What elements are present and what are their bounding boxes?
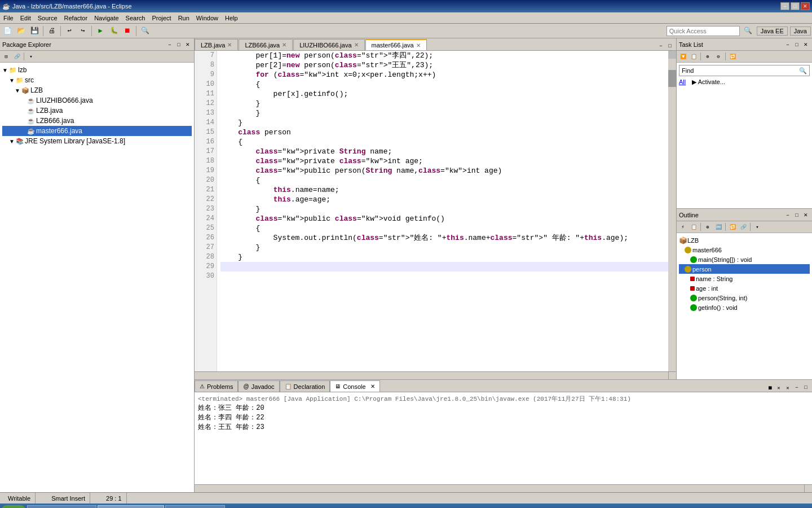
tl-tb-btn3[interactable]: ⊕ <box>703 52 713 61</box>
console-hscroll[interactable] <box>195 485 804 492</box>
console-tb-btn1[interactable]: ⏹ <box>766 384 774 392</box>
tl-tb-btn4[interactable]: ⊖ <box>713 52 723 61</box>
outline-tb-btn2[interactable]: 📋 <box>689 222 699 231</box>
pkg-tree-item[interactable]: ☕LIUZHIBO666.java <box>2 95 192 106</box>
menu-item-navigate[interactable]: Navigate <box>91 14 122 23</box>
pkg-tree-item[interactable]: ▼📦LZB <box>2 85 192 95</box>
outline-tb-btn6[interactable]: 🔗 <box>738 222 748 231</box>
menu-item-edit[interactable]: Edit <box>17 14 34 23</box>
tab-close-icon[interactable]: ✕ <box>227 42 232 48</box>
outline-tb-btn5[interactable]: 🔁 <box>727 222 738 231</box>
editor-hscroll[interactable] <box>195 372 668 379</box>
toolbar-debug[interactable]: 🐛 <box>108 25 120 37</box>
editor-minimize-btn[interactable]: − <box>657 42 665 50</box>
toolbar-run[interactable]: ▶ <box>94 25 107 37</box>
editor-maximize-btn[interactable]: □ <box>666 42 674 50</box>
outline-item[interactable]: person <box>679 264 810 274</box>
pkg-tb-link[interactable]: 🔗 <box>12 52 22 61</box>
outline-item[interactable]: main(String[]) : void <box>679 255 810 264</box>
outline-item[interactable]: master666 <box>679 245 810 255</box>
tab-close-icon[interactable]: ✕ <box>354 42 359 48</box>
tl-tb-btn5[interactable]: 🔁 <box>727 52 738 61</box>
console-maximize-btn[interactable]: □ <box>802 384 810 392</box>
bottom-tab-declaration[interactable]: 📋Declaration <box>280 380 330 392</box>
editor-tab-LZB-java[interactable]: LZB.java✕ <box>195 39 238 50</box>
menu-item-window[interactable]: Window <box>193 14 222 23</box>
quick-access-search-icon[interactable]: 🔍 <box>742 25 754 37</box>
editor-tab-master666-java[interactable]: master666.java✕ <box>365 39 427 50</box>
tab-close-icon[interactable]: ✕ <box>282 42 286 48</box>
outline-tb-btn4[interactable]: 🔤 <box>713 222 723 231</box>
toolbar-print[interactable]: 🖨 <box>46 25 58 37</box>
outline-item[interactable]: person(String, int) <box>679 293 810 303</box>
pkg-tb-collapse[interactable]: ⊟ <box>1 52 11 61</box>
editor-tab-LZB666-java[interactable]: LZB666.java✕ <box>239 39 293 50</box>
menu-item-run[interactable]: Run <box>175 14 193 23</box>
pkg-tree-item[interactable]: ☕LZB.java <box>2 106 192 116</box>
taskbar-btn[interactable]: 11.20作业 - 黄宗禹 ... <box>27 505 96 508</box>
outline-tb-menu[interactable]: ▾ <box>752 222 762 231</box>
pkg-tree-item[interactable]: ▼📁lzb <box>2 65 192 75</box>
toolbar-new[interactable]: 📄 <box>1 25 14 37</box>
pkg-close-btn[interactable]: ✕ <box>184 41 192 49</box>
outline-item[interactable]: name : String <box>679 274 810 283</box>
tl-close-btn[interactable]: ✕ <box>802 41 810 49</box>
toolbar-undo[interactable]: ↩ <box>63 25 76 37</box>
outline-item[interactable]: 📦LZB <box>679 235 810 245</box>
outline-item[interactable]: getinfo() : void <box>679 303 810 312</box>
menu-item-help[interactable]: Help <box>222 14 241 23</box>
tl-minimize-btn[interactable]: − <box>784 41 792 49</box>
pkg-tb-menu[interactable]: ▾ <box>26 52 36 61</box>
toolbar-search[interactable]: 🔍 <box>139 25 151 37</box>
start-button[interactable]: 开始 <box>1 505 26 508</box>
console-tb-btn3[interactable]: ✕ <box>784 384 792 392</box>
menu-item-refactor[interactable]: Refactor <box>61 14 91 23</box>
toolbar-open[interactable]: 📂 <box>15 25 27 37</box>
outline-close-btn[interactable]: ✕ <box>802 211 810 219</box>
java-button[interactable]: Java <box>790 27 811 36</box>
console-tb-btn2[interactable]: ✕ <box>775 384 783 392</box>
console-minimize-btn[interactable]: − <box>793 384 801 392</box>
outline-minimize-btn[interactable]: − <box>784 211 792 219</box>
maximize-button[interactable]: □ <box>791 2 800 10</box>
taskbar-btn[interactable]: Java - lzb/src/LZB/... <box>98 505 164 508</box>
toolbar-redo[interactable]: ↪ <box>77 25 89 37</box>
outline-item[interactable]: age : int <box>679 283 810 293</box>
bottom-tab-close[interactable]: ✕ <box>370 383 375 389</box>
toolbar-stop[interactable]: ⏹ <box>121 25 134 37</box>
taskbar-btn[interactable]: lzb666.JPG - 画图 <box>165 505 226 508</box>
tl-tb-btn1[interactable]: 🔽 <box>678 52 688 61</box>
outline-maximize-btn[interactable]: □ <box>793 211 801 219</box>
close-button[interactable]: ✕ <box>801 2 810 10</box>
task-find-icon[interactable]: 🔍 <box>799 67 807 75</box>
menu-item-file[interactable]: File <box>0 14 17 23</box>
pkg-tree-item[interactable]: ▼📁src <box>2 75 192 85</box>
tab-close-icon[interactable]: ✕ <box>416 42 421 49</box>
pkg-tree-item[interactable]: ☕master666.java <box>2 126 192 136</box>
console-area[interactable]: <terminated> master666 [Java Application… <box>195 392 812 484</box>
pkg-tree-item[interactable]: ▼📚JRE System Library [JavaSE-1.8] <box>2 136 192 146</box>
quick-access-input[interactable] <box>667 26 740 36</box>
task-find-input[interactable] <box>696 67 797 74</box>
minimize-button[interactable]: − <box>780 2 789 10</box>
toolbar-save[interactable]: 💾 <box>28 25 41 37</box>
menu-item-source[interactable]: Source <box>34 14 61 23</box>
menu-item-project[interactable]: Project <box>148 14 174 23</box>
pkg-minimize-btn[interactable]: − <box>166 41 174 49</box>
task-all-label[interactable]: All <box>679 78 686 85</box>
bottom-tab-problems[interactable]: ⚠Problems <box>195 380 238 392</box>
editor-scrollbar-v[interactable] <box>668 51 676 371</box>
bottom-tab-console[interactable]: 🖥Console✕ <box>330 380 379 392</box>
outline-tb-btn1[interactable]: ⚡ <box>678 222 688 231</box>
java-ee-button[interactable]: Java EE <box>757 27 788 36</box>
tl-tb-btn2[interactable]: 📋 <box>689 52 699 61</box>
outline-tb-btn3[interactable]: ⊕ <box>703 222 713 231</box>
pkg-maximize-btn[interactable]: □ <box>175 41 183 49</box>
pkg-tree-item[interactable]: ☕LZB666.java <box>2 116 192 126</box>
tl-maximize-btn[interactable]: □ <box>793 41 801 49</box>
code-content[interactable]: per[1]=new person(class="str">"李四",22); … <box>217 51 668 371</box>
editor-tab-LIUZHIBO666-java[interactable]: LIUZHIBO666.java✕ <box>293 39 364 50</box>
bottom-tab-javadoc[interactable]: @Javadoc <box>238 380 279 392</box>
menu-item-search[interactable]: Search <box>122 14 149 23</box>
scrollbar-thumb[interactable] <box>668 70 676 87</box>
